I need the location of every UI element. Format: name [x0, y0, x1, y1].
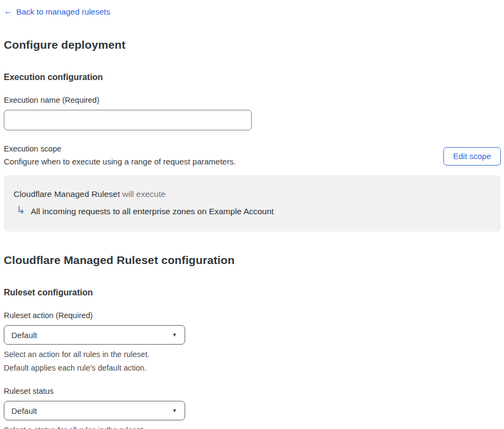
- execution-configuration-heading: Execution configuration: [4, 72, 501, 82]
- chevron-down-icon: ▼: [172, 332, 177, 338]
- ruleset-status-help: Select a status for all rules in the rul…: [4, 424, 188, 429]
- scope-summary-will-execute: will execute: [120, 189, 165, 199]
- branch-arrow-icon: ↳: [16, 204, 25, 215]
- back-link-label: Back to managed rulesets: [16, 7, 110, 16]
- chevron-down-icon: ▼: [172, 408, 177, 413]
- execution-name-input[interactable]: [4, 110, 252, 130]
- ruleset-action-select[interactable]: Default ▼: [4, 325, 185, 345]
- scope-summary-ruleset-name: Cloudflare Managed Ruleset: [14, 189, 120, 199]
- scope-summary-headline: Cloudflare Managed Ruleset will execute: [14, 189, 491, 199]
- execution-scope-row: Execution scope Configure when to execut…: [4, 143, 501, 168]
- ruleset-configuration-heading: Cloudflare Managed Ruleset configuration: [4, 254, 501, 267]
- ruleset-status-select[interactable]: Default ▼: [4, 401, 185, 420]
- back-arrow-icon: ←: [4, 6, 12, 16]
- edit-scope-button[interactable]: Edit scope: [443, 147, 501, 166]
- ruleset-configuration-subheading: Ruleset configuration: [4, 288, 501, 298]
- scope-summary-target: All incoming requests to all enterprise …: [31, 207, 274, 216]
- ruleset-action-selected-value: Default: [11, 331, 37, 340]
- ruleset-action-label: Ruleset action (Required): [4, 311, 501, 320]
- execution-scope-label: Execution scope: [4, 143, 236, 155]
- execution-scope-description: Configure when to execute using a range …: [4, 155, 236, 168]
- ruleset-status-selected-value: Default: [11, 406, 37, 415]
- ruleset-status-label: Ruleset status: [4, 387, 501, 395]
- scope-summary-detail: ↳ All incoming requests to all enterpris…: [14, 206, 491, 217]
- scope-summary-panel: Cloudflare Managed Ruleset will execute …: [4, 175, 501, 232]
- ruleset-action-help-line1: Select an action for all rules in the ru…: [4, 348, 188, 361]
- ruleset-action-help-line2: Default applies each rule's default acti…: [4, 361, 188, 375]
- back-to-managed-rulesets-link[interactable]: ← Back to managed rulesets: [4, 6, 110, 16]
- execution-name-label: Execution name (Required): [4, 96, 501, 104]
- page-title: Configure deployment: [4, 38, 501, 51]
- execution-scope-text: Execution scope Configure when to execut…: [4, 143, 236, 168]
- ruleset-action-help: Select an action for all rules in the ru…: [4, 348, 188, 375]
